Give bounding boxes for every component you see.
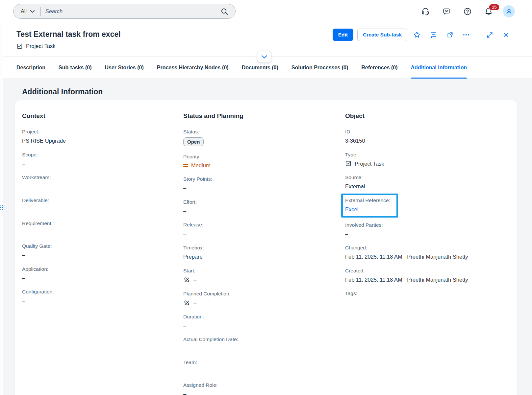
field-effort: Effort: – bbox=[183, 199, 345, 215]
notification-count-badge: 15 bbox=[489, 4, 500, 11]
field-application: Application: – bbox=[22, 266, 183, 282]
share-icon bbox=[446, 31, 454, 39]
feedback-button[interactable] bbox=[442, 7, 451, 16]
field-id: ID: 3-36150 bbox=[345, 129, 517, 144]
context-title: Context bbox=[22, 112, 183, 120]
field-deliverable: Deliverable: – bbox=[22, 198, 183, 213]
priority-value: Medium bbox=[183, 162, 345, 169]
edit-button[interactable]: Edit bbox=[333, 29, 353, 41]
field-team: Team: – bbox=[183, 360, 345, 375]
field-workstream: Workstream: – bbox=[22, 174, 183, 190]
status-planning-section: Status and Planning Status: Open Priorit… bbox=[183, 112, 345, 395]
shell-icon-group: 15 bbox=[421, 5, 515, 17]
field-requirement: Requirement: – bbox=[22, 221, 183, 236]
fullscreen-button[interactable] bbox=[483, 28, 496, 41]
tab-process-hierarchy-nodes[interactable]: Process Hierarchy Nodes (0) bbox=[157, 57, 229, 79]
external-reference-highlight: External Reference: Excel bbox=[341, 194, 398, 218]
headset-icon bbox=[421, 7, 430, 16]
chevron-down-icon bbox=[262, 55, 267, 58]
header-actions: Edit Create Sub-task bbox=[333, 28, 513, 41]
tab-solution-processes[interactable]: Solution Processes (0) bbox=[291, 57, 348, 79]
status-badge: Open bbox=[183, 137, 204, 146]
task-checkbox-icon bbox=[16, 43, 23, 49]
favorite-button[interactable] bbox=[410, 28, 424, 41]
field-configuration: Configuration: – bbox=[22, 289, 183, 304]
field-scope: Scope: – bbox=[22, 152, 183, 167]
help-button[interactable] bbox=[463, 7, 472, 16]
close-icon bbox=[502, 31, 510, 38]
create-subtask-button[interactable]: Create Sub-task bbox=[357, 29, 407, 41]
chevron-down-icon bbox=[30, 10, 35, 13]
ellipsis-icon bbox=[462, 31, 470, 39]
search-bar[interactable]: All Search bbox=[13, 4, 236, 19]
field-external-reference: External Reference: Excel bbox=[345, 198, 390, 213]
field-duration: Duration: – bbox=[183, 314, 345, 329]
overflow-menu-button[interactable] bbox=[459, 28, 473, 41]
panel-resize-grip[interactable] bbox=[0, 205, 3, 210]
support-headset-button[interactable] bbox=[421, 7, 430, 16]
field-tags: Tags: – bbox=[345, 290, 517, 306]
field-assigned-role: Assigned Role: – bbox=[183, 382, 345, 395]
object-section: Object ID: 3-36150 Type: Project Task So… bbox=[345, 112, 517, 395]
additional-information-card: Context Project: PS RISE Upgrade Scope: … bbox=[15, 100, 517, 395]
actions-divider bbox=[478, 31, 478, 39]
field-involved-parties: Involved Parties: – bbox=[345, 222, 517, 238]
field-project: Project: PS RISE Upgrade bbox=[22, 129, 183, 144]
shell-bar: All Search 15 bbox=[0, 0, 532, 23]
field-changed: Changed: Feb 11, 2025, 11:18 AM · Preeth… bbox=[345, 245, 517, 260]
search-icon[interactable] bbox=[221, 8, 228, 15]
close-button[interactable] bbox=[499, 28, 513, 41]
tab-description[interactable]: Description bbox=[16, 57, 45, 79]
field-source: Source: External bbox=[345, 174, 517, 190]
task-checkbox-icon bbox=[345, 160, 351, 167]
object-title: Object bbox=[345, 112, 517, 120]
unlink-icon bbox=[183, 299, 190, 306]
field-quality-gate: Quality Gate: – bbox=[22, 243, 183, 259]
side-panel-rail bbox=[0, 23, 3, 395]
search-scope-label: All bbox=[21, 9, 27, 14]
search-divider bbox=[40, 7, 40, 16]
page-title: Test External task from excel bbox=[16, 30, 121, 39]
avatar[interactable] bbox=[503, 5, 515, 17]
section-heading: Additional Information bbox=[22, 87, 532, 96]
feedback-icon bbox=[442, 7, 451, 16]
star-icon bbox=[413, 31, 421, 39]
search-input[interactable]: Search bbox=[45, 8, 221, 14]
context-section: Context Project: PS RISE Upgrade Scope: … bbox=[22, 112, 183, 395]
object-type-label: Project Task bbox=[26, 43, 56, 49]
share-button[interactable] bbox=[443, 28, 457, 41]
tab-additional-information[interactable]: Additional Information bbox=[411, 57, 467, 79]
field-start: Start: – bbox=[183, 268, 345, 283]
tab-content: Additional Information Context Project: … bbox=[3, 79, 532, 395]
field-status: Status: Open bbox=[183, 129, 345, 146]
unlink-icon bbox=[183, 276, 190, 283]
notifications-button[interactable]: 15 bbox=[484, 7, 493, 16]
field-story-points: Story Points: – bbox=[183, 176, 345, 192]
field-timebox: Timebox: Prepare bbox=[183, 245, 345, 260]
field-type: Type: Project Task bbox=[345, 152, 517, 167]
field-priority: Priority: Medium bbox=[183, 154, 345, 169]
tab-references[interactable]: References (0) bbox=[361, 57, 397, 79]
comments-button[interactable] bbox=[426, 28, 440, 41]
help-icon bbox=[463, 7, 472, 16]
object-page-panel: Test External task from excel Project Ta… bbox=[3, 23, 532, 395]
tab-user-stories[interactable]: User Stories (0) bbox=[105, 57, 143, 79]
priority-medium-icon bbox=[183, 164, 188, 167]
tab-sub-tasks[interactable]: Sub-tasks (0) bbox=[59, 57, 91, 79]
field-release: Release: – bbox=[183, 222, 345, 237]
person-icon bbox=[505, 8, 513, 15]
field-planned-completion: Planned Completion: – bbox=[183, 291, 345, 306]
collapse-header-button[interactable] bbox=[257, 51, 271, 63]
search-scope-selector[interactable]: All bbox=[21, 9, 35, 14]
object-type-row: Project Task bbox=[16, 43, 56, 49]
expand-icon bbox=[486, 31, 494, 39]
status-planning-title: Status and Planning bbox=[183, 112, 345, 120]
field-actual-completion-date: Actual Completion Date: – bbox=[183, 337, 345, 352]
comment-icon bbox=[430, 31, 437, 39]
field-created: Created: Feb 11, 2025, 11:18 AM · Preeth… bbox=[345, 268, 517, 283]
external-reference-link[interactable]: Excel bbox=[345, 206, 358, 212]
